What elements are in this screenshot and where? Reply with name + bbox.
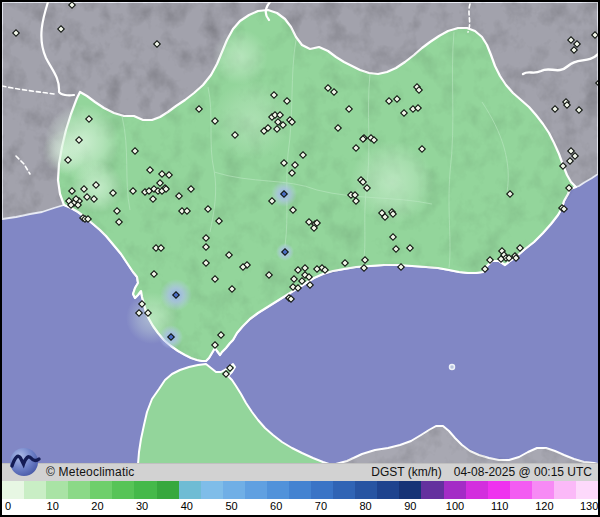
colorbar-segment xyxy=(68,481,90,499)
colorbar-segment xyxy=(399,481,421,499)
colorbar-segment xyxy=(421,481,443,499)
datetime-label: 04-08-2025 @ 00:15 UTC xyxy=(454,465,592,479)
colorbar-segment xyxy=(444,481,466,499)
product-label: DGST (km/h) xyxy=(371,465,441,479)
colorbar-segment xyxy=(24,481,46,499)
colorbar-tick: 60 xyxy=(270,500,282,512)
colorbar-tick: 10 xyxy=(47,500,59,512)
colorbar-segment xyxy=(245,481,267,499)
weather-map-frame: © Meteoclimatic DGST (km/h) 04-08-2025 @… xyxy=(0,0,600,517)
colorbar-segment xyxy=(157,481,179,499)
colorbar-tick: 120 xyxy=(535,500,553,512)
colorbar-segment xyxy=(466,481,488,499)
colorbar-segment xyxy=(112,481,134,499)
colorbar-segment xyxy=(377,481,399,499)
colorbar-segment xyxy=(267,481,289,499)
colorbar-segment xyxy=(90,481,112,499)
colorbar-segment xyxy=(311,481,333,499)
colorbar-tick: 90 xyxy=(404,500,416,512)
colorbar-tick: 50 xyxy=(225,500,237,512)
colorbar-tick: 30 xyxy=(136,500,148,512)
gust-colorbar xyxy=(2,481,598,499)
weather-map xyxy=(2,2,598,515)
colorbar-tick: 70 xyxy=(315,500,327,512)
colorbar-tick: 100 xyxy=(446,500,464,512)
credit-label: © Meteoclimatic xyxy=(46,465,135,479)
alboran-island xyxy=(450,365,455,370)
colorbar-segment xyxy=(510,481,532,499)
colorbar-segment xyxy=(179,481,201,499)
colorbar-segment xyxy=(46,481,68,499)
colorbar-segment xyxy=(2,481,24,499)
colorbar-tick-labels: 0102030405060708090100110120130 xyxy=(2,499,598,515)
colorbar-segment xyxy=(554,481,576,499)
colorbar-tick: 110 xyxy=(491,500,509,512)
colorbar-tick: 40 xyxy=(181,500,193,512)
meteoclimatic-logo xyxy=(8,445,42,479)
product-info: DGST (km/h) 04-08-2025 @ 00:15 UTC xyxy=(371,465,592,479)
colorbar-segment xyxy=(532,481,554,499)
colorbar-segment xyxy=(355,481,377,499)
colorbar-segment xyxy=(488,481,510,499)
colorbar-tick: 80 xyxy=(359,500,371,512)
colorbar-segment xyxy=(333,481,355,499)
colorbar-tick: 0 xyxy=(5,500,11,512)
colorbar-segment xyxy=(201,481,223,499)
colorbar-tick: 20 xyxy=(91,500,103,512)
colorbar-tick: 130 xyxy=(580,500,598,512)
colorbar-segment xyxy=(223,481,245,499)
colorbar-segment xyxy=(289,481,311,499)
colorbar-segment xyxy=(576,481,598,499)
colorbar-segment xyxy=(134,481,156,499)
